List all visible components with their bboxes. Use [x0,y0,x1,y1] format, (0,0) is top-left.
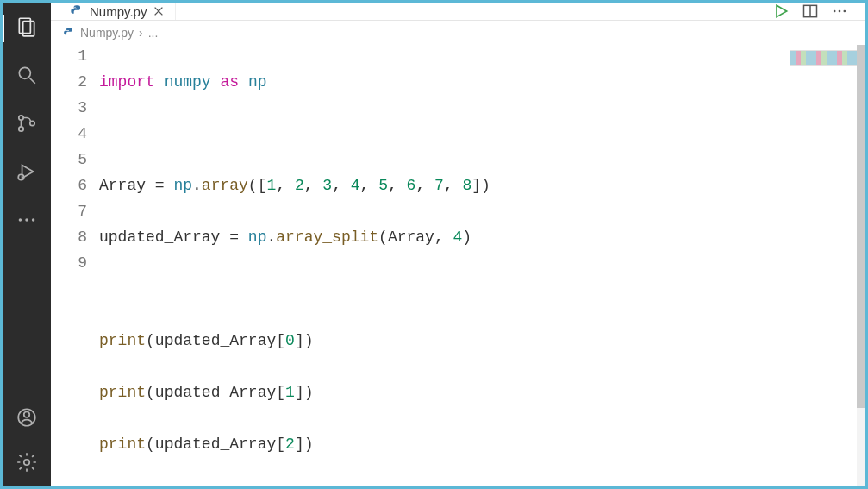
editor[interactable]: 1 2 3 4 5 6 7 8 9 import numpy as np Arr… [51,43,865,489]
svg-point-22 [844,10,846,13]
op: ( [146,332,155,349]
num: 6 [407,177,416,194]
settings-gear-icon[interactable] [15,450,39,474]
vertical-scrollbar[interactable] [857,45,865,489]
active-indicator [3,15,4,42]
chevron-right-icon: › [139,26,143,40]
tab-bar: Numpy.py [51,3,865,21]
scrollbar-thumb[interactable] [857,45,865,408]
main-area: Numpy.py Numpy.py › ... 1 [51,3,865,486]
op: ) [304,436,314,453]
svg-point-14 [24,460,30,466]
op: ( [146,384,155,401]
num: 7 [434,177,444,194]
tab-numpy-py[interactable]: Numpy.py [59,3,176,20]
op: ([ [248,177,267,194]
svg-point-20 [834,10,836,13]
alias: np [248,73,267,91]
op: [ [276,384,285,401]
line-number: 4 [51,121,87,147]
num: 8 [462,177,471,194]
num: 5 [378,177,388,194]
keyword: as [220,73,239,91]
num: 4 [453,229,463,246]
arg: Array [388,229,434,246]
module: numpy [165,73,211,91]
num: 4 [351,177,360,194]
op: [ [276,436,285,453]
more-icon[interactable] [15,208,39,232]
tab-label: Numpy.py [90,4,147,19]
line-number: 8 [51,224,87,250]
var: updated_Array [155,384,276,401]
svg-line-3 [29,78,35,84]
var: updated_Array [99,229,220,246]
num: 2 [285,436,295,453]
module: np [173,177,192,194]
op: ) [462,229,471,246]
line-gutter: 1 2 3 4 5 6 7 8 9 [51,43,99,489]
minimap[interactable] [790,50,859,66]
svg-point-11 [32,218,34,221]
sep: , [388,177,407,194]
svg-point-6 [30,121,34,125]
svg-point-4 [19,116,23,120]
func: print [99,332,146,349]
python-file-icon [63,27,75,39]
line-number: 3 [51,95,87,121]
op: [ [276,332,285,349]
op: ] [295,436,304,453]
var: updated_Array [155,436,276,453]
svg-point-9 [19,218,22,221]
accounts-icon[interactable] [15,405,39,429]
op: ]) [471,177,490,194]
line-number: 1 [51,43,87,69]
close-icon[interactable] [153,5,165,17]
editor-actions [772,3,865,20]
op: . [192,177,202,194]
search-icon[interactable] [15,63,39,87]
explorer-icon[interactable] [15,15,39,39]
sep: , [304,177,323,194]
source-control-icon[interactable] [15,111,39,135]
svg-point-13 [24,412,30,418]
func: array [202,177,248,194]
num: 3 [322,177,332,194]
op: ) [304,332,314,349]
breadcrumb-file: Numpy.py [80,26,134,40]
line-number: 2 [51,69,87,95]
num: 2 [295,177,304,194]
keyword: import [99,73,155,91]
more-actions-icon[interactable] [831,3,848,20]
op: = [220,229,247,246]
split-editor-icon[interactable] [802,3,819,20]
sep: , [444,177,463,194]
func: array_split [276,229,378,246]
run-file-button[interactable] [772,3,790,20]
svg-marker-17 [777,5,787,16]
line-number: 7 [51,198,87,224]
num: 1 [266,177,276,194]
op: ( [378,229,388,246]
svg-point-5 [19,127,23,131]
line-number: 5 [51,147,87,172]
op: ) [304,384,314,401]
func: print [99,436,146,453]
op: ( [146,436,155,453]
func: print [99,384,146,401]
python-file-icon [70,4,84,18]
run-debug-icon[interactable] [15,160,39,184]
line-number: 6 [51,172,87,198]
var: Array [99,177,146,194]
op: ] [295,384,304,401]
sep: , [276,177,295,194]
code-area[interactable]: import numpy as np Array = np.array([1, … [99,43,490,489]
op: ] [295,332,304,349]
breadcrumb-rest: ... [148,26,159,40]
num: 0 [285,332,295,349]
breadcrumb[interactable]: Numpy.py › ... [51,21,865,43]
sep: , [434,229,453,246]
svg-point-2 [19,67,30,78]
sep: , [332,177,351,194]
sep: , [415,177,434,194]
